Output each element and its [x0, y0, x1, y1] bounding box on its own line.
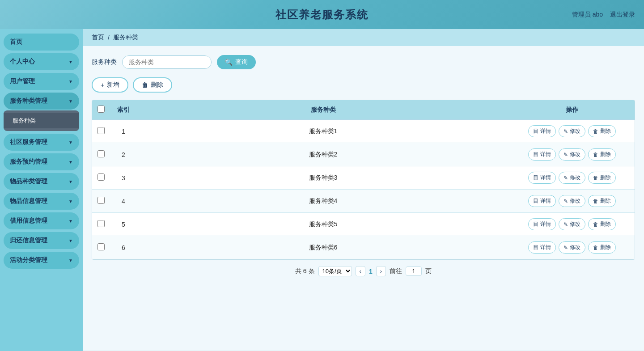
sidebar-btn-activity[interactable]: 活动分类管理 ▼ — [4, 252, 79, 269]
table-header-check — [92, 100, 110, 120]
chevron-down-icon: ▼ — [68, 219, 73, 224]
sidebar-label-service-type: 服务种类管理 — [10, 97, 47, 105]
main-content: 首页 / 服务种类 服务种类 🔍 查询 + 新增 🗑 — [83, 29, 644, 351]
page-label: 页 — [425, 267, 432, 275]
add-icon: + — [101, 81, 104, 89]
table-header-index: 索引 — [110, 100, 137, 120]
row-check-cell — [92, 213, 110, 236]
sidebar-btn-goods-type[interactable]: 物品种类管理 ▼ — [4, 173, 79, 190]
sidebar-btn-personal[interactable]: 个人中心 ▼ — [4, 53, 79, 70]
detail-button[interactable]: 目 详情 — [528, 218, 556, 230]
table-row: 6 服务种类6 目 详情 ✎ 修改 🗑 删除 — [92, 236, 635, 259]
row-checkbox[interactable] — [97, 220, 105, 227]
header-user-area: 管理员 abo 退出登录 — [572, 11, 635, 19]
chevron-down-icon: ▼ — [68, 199, 73, 204]
detail-label: 详情 — [540, 151, 551, 158]
delete-row-button[interactable]: 🗑 删除 — [588, 172, 616, 184]
breadcrumb-sep: / — [108, 34, 110, 41]
detail-label: 详情 — [540, 174, 551, 182]
edit-label: 修改 — [570, 197, 580, 205]
row-actions-cell: 目 详情 ✎ 修改 🗑 删除 — [509, 166, 635, 190]
edit-label: 修改 — [570, 151, 580, 158]
row-name: 服务种类4 — [137, 190, 509, 213]
edit-button[interactable]: ✎ 修改 — [559, 125, 585, 137]
detail-button[interactable]: 目 详情 — [528, 241, 556, 254]
detail-icon: 目 — [533, 197, 538, 205]
sidebar-item-personal: 个人中心 ▼ — [4, 53, 79, 70]
select-all-checkbox[interactable] — [97, 106, 105, 113]
delete-row-button[interactable]: 🗑 删除 — [588, 218, 616, 230]
row-checkbox[interactable] — [97, 243, 105, 250]
table-header-row: 索引 服务种类 操作 — [92, 100, 635, 120]
add-label: 新增 — [107, 81, 119, 89]
edit-button[interactable]: ✎ 修改 — [559, 148, 585, 161]
row-actions-cell: 目 详情 ✎ 修改 🗑 删除 — [509, 143, 635, 166]
search-icon: 🔍 — [225, 59, 233, 66]
edit-icon: ✎ — [564, 245, 568, 251]
breadcrumb-home[interactable]: 首页 — [92, 34, 104, 42]
search-input[interactable] — [122, 55, 212, 69]
add-button[interactable]: + 新增 — [92, 77, 128, 93]
sidebar-btn-service-type[interactable]: 服务种类管理 ▼ — [4, 93, 79, 110]
sidebar-btn-reservation[interactable]: 服务预约管理 ▼ — [4, 153, 79, 170]
row-name: 服务种类2 — [137, 143, 509, 166]
per-page-select[interactable]: 10条/页 20条/页 50条/页 — [318, 266, 352, 276]
detail-button[interactable]: 目 详情 — [528, 195, 556, 207]
detail-button[interactable]: 目 详情 — [528, 125, 556, 137]
edit-button[interactable]: ✎ 修改 — [559, 241, 585, 254]
sidebar-btn-community[interactable]: 社区服务管理 ▼ — [4, 134, 79, 151]
edit-icon: ✎ — [564, 221, 568, 228]
edit-button[interactable]: ✎ 修改 — [559, 218, 585, 230]
chevron-down-icon: ▼ — [68, 238, 73, 243]
goto-page-input[interactable] — [406, 266, 422, 276]
sidebar-submenu-item-service-type[interactable]: 服务种类 — [4, 113, 79, 128]
sidebar-item-goods-info: 物品信息管理 ▼ — [4, 193, 79, 210]
delete-row-label: 删除 — [600, 127, 611, 135]
sidebar-btn-borrow[interactable]: 借用信息管理 ▼ — [4, 212, 79, 229]
chevron-down-icon: ▼ — [68, 99, 73, 104]
row-actions-cell: 目 详情 ✎ 修改 🗑 删除 — [509, 213, 635, 236]
row-checkbox[interactable] — [97, 173, 105, 181]
delete-row-button[interactable]: 🗑 删除 — [588, 148, 616, 161]
sidebar-btn-goods-info[interactable]: 物品信息管理 ▼ — [4, 193, 79, 210]
delete-row-button[interactable]: 🗑 删除 — [588, 195, 616, 207]
edit-button[interactable]: ✎ 修改 — [559, 195, 585, 207]
row-index: 3 — [110, 166, 137, 190]
next-page-button[interactable]: › — [376, 266, 386, 276]
prev-page-button[interactable]: ‹ — [356, 266, 365, 276]
detail-button[interactable]: 目 详情 — [528, 172, 556, 184]
detail-label: 详情 — [540, 244, 551, 251]
edit-button[interactable]: ✎ 修改 — [559, 172, 585, 184]
delete-label: 删除 — [151, 81, 163, 89]
delete-row-button[interactable]: 🗑 删除 — [588, 125, 616, 137]
search-button[interactable]: 🔍 查询 — [217, 55, 256, 69]
detail-label: 详情 — [540, 220, 551, 228]
row-checkbox[interactable] — [97, 197, 105, 204]
sidebar-label-return: 归还信息管理 — [10, 237, 47, 245]
sidebar-btn-user[interactable]: 用户管理 ▼ — [4, 73, 79, 90]
delete-button[interactable]: 🗑 删除 — [133, 77, 172, 93]
sidebar-btn-return[interactable]: 归还信息管理 ▼ — [4, 232, 79, 249]
search-bar: 服务种类 🔍 查询 — [92, 55, 635, 69]
edit-icon: ✎ — [564, 152, 568, 158]
table-row: 4 服务种类4 目 详情 ✎ 修改 🗑 删除 — [92, 190, 635, 213]
table-row: 1 服务种类1 目 详情 ✎ 修改 🗑 删除 — [92, 120, 635, 143]
pagination: 共 6 条 10条/页 20条/页 50条/页 ‹ 1 › 前往 页 — [92, 260, 635, 276]
sidebar-label-reservation: 服务预约管理 — [10, 158, 47, 166]
row-checkbox[interactable] — [97, 150, 105, 157]
edit-label: 修改 — [570, 244, 580, 251]
sidebar-label-user: 用户管理 — [10, 77, 35, 85]
row-check-cell — [92, 166, 110, 190]
delete-row-button[interactable]: 🗑 删除 — [588, 241, 616, 254]
logout-button[interactable]: 退出登录 — [610, 11, 635, 19]
sidebar-btn-home[interactable]: 首页 — [4, 34, 79, 51]
edit-icon: ✎ — [564, 175, 568, 181]
chevron-down-icon: ▼ — [68, 59, 73, 64]
detail-icon: 目 — [533, 127, 538, 135]
table-row: 3 服务种类3 目 详情 ✎ 修改 🗑 删除 — [92, 166, 635, 190]
row-actions: 目 详情 ✎ 修改 🗑 删除 — [514, 172, 630, 184]
sidebar-item-goods-type: 物品种类管理 ▼ — [4, 173, 79, 190]
detail-button[interactable]: 目 详情 — [528, 148, 556, 161]
row-checkbox[interactable] — [97, 127, 105, 134]
table-row: 2 服务种类2 目 详情 ✎ 修改 🗑 删除 — [92, 143, 635, 166]
